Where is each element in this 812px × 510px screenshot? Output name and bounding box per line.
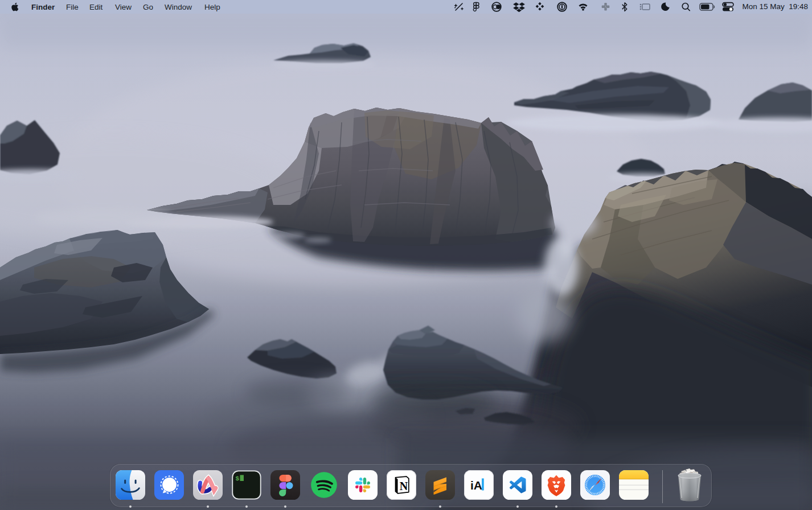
svg-text:$: $	[235, 475, 239, 482]
svg-text:N: N	[399, 480, 408, 492]
svg-text:iA: iA	[470, 479, 482, 492]
